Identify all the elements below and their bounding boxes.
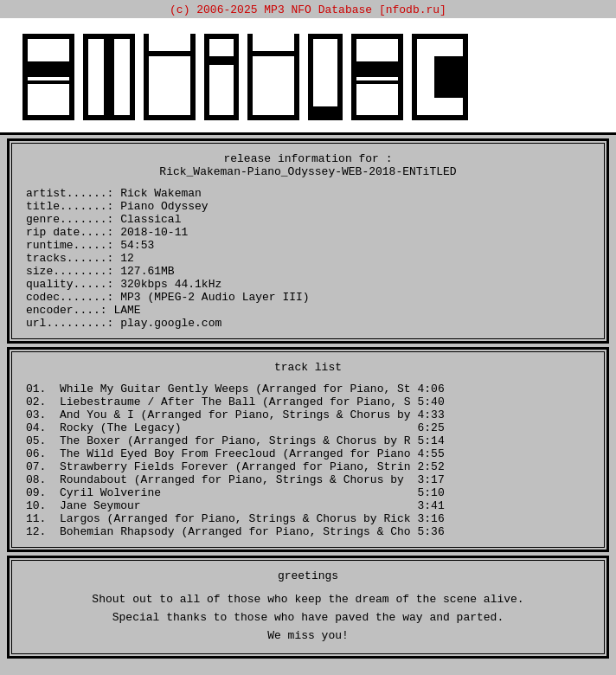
copyright-text: (c) 2006-2025 MP3 NFO Database [nfodb.ru… — [170, 3, 446, 16]
svg-rect-3 — [28, 84, 69, 115]
svg-rect-24 — [356, 84, 398, 115]
copyright-bar: (c) 2006-2025 MP3 NFO Database [nfodb.ru… — [0, 0, 616, 18]
tracklist-heading: track list — [26, 361, 590, 374]
svg-rect-11 — [149, 34, 190, 51]
logo-svg: hX! — [14, 25, 602, 129]
greetings-section: greetings Shout out to all of those who … — [7, 556, 609, 659]
greetings-line1: Shout out to all of those who keep the d… — [92, 593, 523, 606]
svg-rect-6 — [88, 39, 104, 115]
svg-rect-13 — [209, 39, 234, 56]
track-list-pre: 01. While My Guitar Gently Weeps (Arrang… — [26, 382, 590, 538]
greetings-line2: Special thanks to those who have paved t… — [112, 611, 504, 624]
greetings-heading: greetings — [26, 569, 590, 582]
tracklist-section: track list 01. While My Guitar Gently We… — [7, 347, 609, 552]
svg-rect-4 — [22, 61, 74, 77]
release-heading: release information for : Rick_Wakeman-P… — [26, 152, 590, 178]
release-details: artist......: Rick Wakeman title.......:… — [26, 187, 590, 330]
svg-rect-10 — [164, 56, 190, 115]
release-info-section: release information for : Rick_Wakeman-P… — [7, 138, 609, 344]
greetings-body: Shout out to all of those who keep the d… — [26, 591, 590, 645]
svg-rect-14 — [209, 65, 234, 115]
svg-rect-29 — [434, 98, 463, 115]
greetings-inner: greetings Shout out to all of those who … — [11, 560, 605, 654]
svg-rect-18 — [253, 34, 294, 51]
svg-rect-27 — [417, 39, 434, 115]
svg-rect-7 — [114, 39, 130, 115]
svg-rect-28 — [434, 39, 463, 56]
svg-text:hX!: hX! — [481, 46, 501, 59]
logo-area: hX! — [0, 18, 616, 135]
svg-rect-17 — [268, 56, 294, 115]
svg-rect-16 — [253, 56, 268, 115]
track-list: 01. While My Guitar Gently Weeps (Arrang… — [26, 382, 590, 538]
svg-rect-25 — [351, 61, 403, 77]
greetings-line3: We miss you! — [267, 629, 349, 642]
svg-rect-20 — [313, 39, 337, 106]
release-info-inner: release information for : Rick_Wakeman-P… — [11, 143, 605, 339]
svg-rect-9 — [149, 56, 164, 115]
tracklist-inner: track list 01. While My Guitar Gently We… — [11, 351, 605, 548]
